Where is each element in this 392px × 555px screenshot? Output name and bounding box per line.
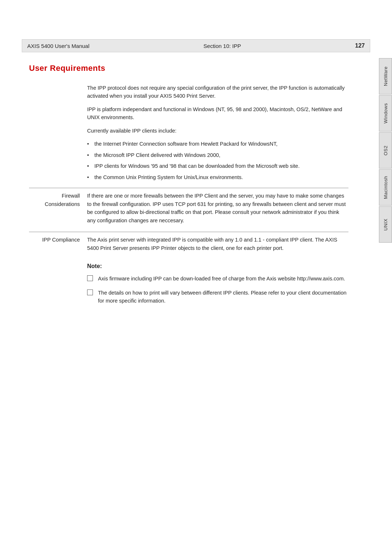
header-section: Section 10: IPP [204,43,241,49]
firewall-row: FirewallConsiderations If there are one … [29,188,348,224]
ipp-clients-list: the Internet Printer Connection software… [87,140,348,181]
list-item: the Common Unix Printing System for Unix… [87,173,348,181]
header-bar: AXIS 5400 User's Manual Section 10: IPP … [22,39,370,52]
list-item: the Internet Printer Connection software… [87,140,348,148]
note-item-1: Axis firmware including IPP can be down-… [87,275,348,283]
paragraph-1: The IPP protocol does not require any sp… [87,84,348,100]
note-text-1: Axis firmware including IPP can be down-… [98,275,348,283]
main-content: User Requirements The IPP protocol does … [22,56,356,533]
ipp-label: IPP Compliance [29,236,87,252]
ipp-text: The Axis print server with integrated IP… [87,236,348,252]
note-header: Note: [87,263,348,270]
list-item: the Microsoft IPP Client delivered with … [87,151,348,159]
side-tabs: NetWare Windows OS2 Macintosh UNIX [379,58,392,243]
intro-section: The IPP protocol does not require any sp… [29,84,348,181]
tab-windows[interactable]: Windows [379,95,392,131]
ipp-compliance-row: IPP Compliance The Axis print server wit… [29,232,348,252]
page-title: User Requirements [29,64,348,73]
header-page: 127 [355,42,365,49]
firewall-label: FirewallConsiderations [29,192,87,224]
tab-netware[interactable]: NetWare [379,58,392,94]
header-title: AXIS 5400 User's Manual [27,43,89,49]
list-item: IPP clients for Windows '95 and '98 that… [87,162,348,170]
note-section: Note: Axis firmware including IPP can be… [29,263,348,305]
note-checkbox-1 [87,275,93,281]
paragraph-3: Currently available IPP clients include: [87,127,348,135]
paragraph-2: IPP is platform independant and function… [87,105,348,122]
tab-unix[interactable]: UNIX [379,206,392,243]
note-checkbox-2 [87,289,93,295]
note-item-2: The details on how to print will vary be… [87,289,348,305]
firewall-text: If there are one or more firewalls betwe… [87,192,348,224]
tab-macintosh[interactable]: Macintosh [379,169,392,206]
tab-os2[interactable]: OS2 [379,132,392,169]
note-text-2: The details on how to print will vary be… [98,289,348,305]
